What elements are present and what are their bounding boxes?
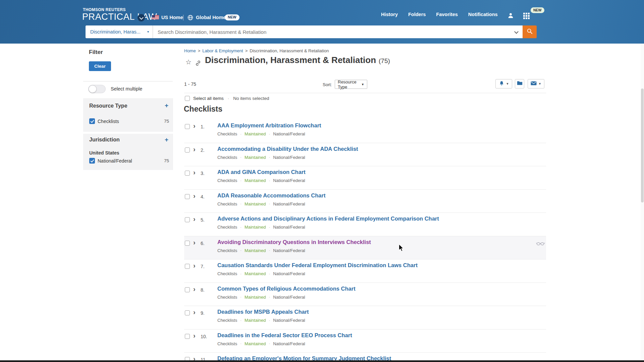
- result-checkbox[interactable]: [185, 334, 190, 339]
- result-title-link[interactable]: Deadlines in the Federal Sector EEO Proc…: [217, 332, 352, 339]
- result-checkbox[interactable]: [185, 194, 190, 199]
- expand-chevron-icon[interactable]: ›: [193, 145, 196, 153]
- nav-favorites[interactable]: Favorites: [436, 12, 458, 17]
- result-title-link[interactable]: Avoiding Discriminatory Questions in Int…: [217, 239, 371, 245]
- result-title-link[interactable]: Adverse Actions and Disciplinary Actions…: [217, 216, 439, 222]
- expand-chevron-icon[interactable]: ›: [193, 122, 196, 130]
- checklists-label[interactable]: Checklists: [98, 119, 119, 124]
- clear-filters-button[interactable]: Clear: [89, 61, 111, 71]
- result-title-link[interactable]: ADA and GINA Comparison Chart: [217, 169, 306, 175]
- search-button[interactable]: [523, 25, 537, 38]
- apps-grid-icon[interactable]: [523, 13, 530, 20]
- result-title-link[interactable]: Deadlines for MSPB Appeals Chart: [217, 309, 309, 315]
- email-button[interactable]: ▼: [528, 79, 544, 88]
- result-checkbox[interactable]: [185, 217, 190, 222]
- search-scope-dropdown[interactable]: Discrimination, Haras... ▾: [86, 25, 153, 38]
- meta-dot: ·: [240, 295, 241, 299]
- result-title-link[interactable]: Accommodating a Disability Under the ADA…: [217, 146, 358, 152]
- expand-chevron-icon[interactable]: ›: [193, 169, 196, 176]
- result-row: › 4. ADA Reasonable Accommodations Chart…: [184, 190, 546, 213]
- meta-dot: ·: [269, 342, 270, 346]
- scrollbar-thumb[interactable]: [641, 88, 644, 202]
- brand-dropdown-icon[interactable]: [138, 14, 145, 21]
- folder-icon: [517, 81, 523, 87]
- screen-bottom-edge: [0, 360, 644, 362]
- meta-dot: ·: [240, 272, 241, 276]
- nav-notifications[interactable]: Notifications: [468, 12, 498, 17]
- result-number: 8.: [201, 287, 205, 293]
- favorite-star-icon[interactable]: ☆: [185, 58, 192, 66]
- result-checkbox[interactable]: [185, 264, 190, 269]
- result-meta: Checklists · Maintained · National/Feder…: [217, 225, 305, 230]
- meta-dot: ·: [240, 179, 241, 183]
- expand-chevron-icon[interactable]: ›: [193, 215, 196, 223]
- breadcrumb-separator: >: [245, 48, 248, 53]
- national-federal-checkbox[interactable]: [89, 158, 95, 164]
- account-icon[interactable]: [507, 12, 514, 20]
- national-federal-label[interactable]: National/Federal: [98, 158, 132, 164]
- expand-chevron-icon[interactable]: ›: [193, 239, 196, 246]
- expand-chevron-icon[interactable]: ›: [193, 262, 196, 269]
- result-number: 10.: [201, 334, 207, 339]
- header-bar: THOMSON REUTERS PRACTICAL LAW US Home | …: [0, 0, 644, 44]
- meta-dot: ·: [240, 155, 241, 159]
- checklists-checkbox[interactable]: [89, 118, 95, 124]
- result-meta: Checklists · Maintained · National/Feder…: [217, 248, 305, 253]
- result-row: › 7. Causation Standards Under Federal E…: [184, 259, 546, 283]
- save-to-folder-button[interactable]: [515, 79, 524, 88]
- result-meta: Checklists · Maintained · National/Feder…: [217, 295, 305, 300]
- meta-jurisdiction: National/Federal: [273, 271, 305, 276]
- result-checkbox[interactable]: [185, 124, 190, 129]
- result-number: 6.: [201, 241, 205, 246]
- breadcrumb: Home > Labor & Employment > Discriminati…: [184, 48, 329, 53]
- select-all-checkbox[interactable]: [185, 96, 190, 101]
- meta-resource-type: Checklists: [217, 248, 237, 253]
- search-input[interactable]: [153, 25, 523, 38]
- select-multiple-toggle[interactable]: [88, 85, 106, 93]
- meta-status-maintained: Maintained: [245, 271, 266, 276]
- us-home-link[interactable]: US Home: [161, 15, 183, 20]
- result-number: 1.: [201, 124, 205, 129]
- expand-chevron-icon[interactable]: ›: [193, 192, 196, 200]
- result-title-link[interactable]: ADA Reasonable Accommodations Chart: [217, 192, 325, 199]
- select-all-label[interactable]: Select all items: [193, 96, 224, 101]
- expand-chevron-icon[interactable]: ›: [193, 308, 196, 316]
- result-checkbox[interactable]: [185, 310, 190, 315]
- nav-folders[interactable]: Folders: [408, 12, 426, 17]
- meta-status-maintained: Maintained: [245, 318, 266, 323]
- meta-dot: ·: [269, 155, 270, 159]
- brand-logo[interactable]: PRACTICAL LAW: [82, 12, 157, 22]
- search-input-wrap: [153, 25, 523, 38]
- alert-button[interactable]: ▼: [495, 79, 512, 88]
- breadcrumb-home[interactable]: Home: [184, 48, 196, 53]
- resource-type-expand-icon[interactable]: +: [165, 102, 168, 109]
- result-title-link[interactable]: Common Types of Religious Accommodations…: [217, 286, 356, 292]
- global-home-link[interactable]: Global Home: [196, 15, 226, 20]
- expand-chevron-icon[interactable]: ›: [193, 332, 196, 340]
- results-list: › 1. AAA Employment Arbitration Flowchar…: [184, 120, 546, 362]
- meta-dot: ·: [269, 318, 270, 322]
- scope-caret-icon: ▾: [147, 25, 149, 38]
- expand-chevron-icon[interactable]: ›: [193, 285, 196, 293]
- sort-dropdown[interactable]: Resource Type ▼: [335, 80, 367, 89]
- meta-jurisdiction: National/Federal: [273, 178, 305, 183]
- meta-status-maintained: Maintained: [245, 155, 266, 160]
- meta-status-maintained: Maintained: [245, 131, 266, 136]
- select-all-dot: ·: [228, 96, 229, 101]
- result-title-link[interactable]: Causation Standards Under Federal Employ…: [217, 262, 418, 268]
- result-checkbox[interactable]: [185, 287, 190, 292]
- meta-jurisdiction: National/Federal: [273, 295, 305, 300]
- filter-section-jurisdiction: Jurisdiction + United States National/Fe…: [83, 134, 173, 170]
- email-caret-icon: ▼: [538, 82, 541, 85]
- result-title-link[interactable]: AAA Employment Arbitration Flowchart: [217, 122, 321, 129]
- scrollbar[interactable]: [641, 44, 644, 360]
- recently-viewed-icon: [536, 241, 545, 247]
- breadcrumb-labor-employment[interactable]: Labor & Employment: [202, 48, 243, 53]
- result-checkbox[interactable]: [185, 171, 190, 176]
- copy-link-icon[interactable]: [195, 60, 201, 68]
- jurisdiction-expand-icon[interactable]: +: [165, 136, 168, 143]
- meta-dot: ·: [240, 318, 241, 322]
- result-checkbox[interactable]: [185, 147, 190, 153]
- result-checkbox[interactable]: [185, 241, 190, 246]
- nav-history[interactable]: History: [381, 12, 398, 17]
